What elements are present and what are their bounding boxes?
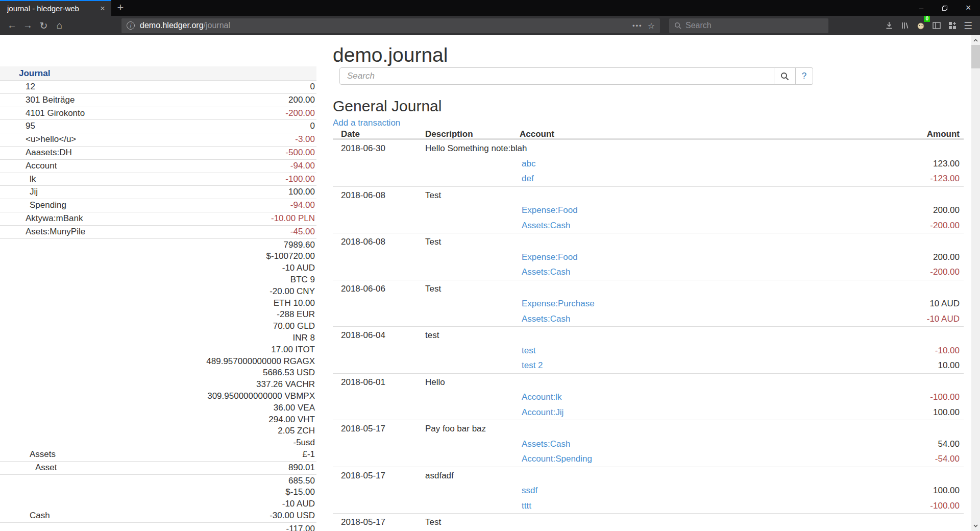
browser-tab[interactable]: journal - hledger-web ×: [0, 0, 111, 16]
extension-button[interactable]: 0: [913, 18, 928, 33]
back-button[interactable]: ←: [4, 18, 20, 33]
restore-button[interactable]: [933, 0, 957, 16]
home-button[interactable]: ⌂: [52, 18, 67, 33]
posting-account-link[interactable]: Assets:Cash: [522, 437, 570, 452]
transaction-block[interactable]: 2018-06-06 Test Expense:Purchase10 AUDAs…: [333, 280, 964, 327]
sidebar-account-link[interactable]: Aaasets:DH: [0, 147, 72, 159]
new-tab-button[interactable]: +: [111, 0, 130, 16]
transaction-date: 2018-06-06: [341, 281, 385, 297]
sidebar-account-balance: -94.00: [290, 200, 316, 211]
scroll-down-icon[interactable]: [971, 522, 980, 530]
sidebar-account-link[interactable]: Assets: [0, 449, 56, 461]
library-icon[interactable]: [897, 18, 913, 33]
sidebar-account-row: Spending -94.00: [0, 199, 316, 212]
forward-button[interactable]: →: [20, 18, 36, 33]
transaction-block[interactable]: 2018-06-30 Hello Something note:blah abc…: [333, 139, 964, 186]
posting-account-link[interactable]: test 2: [522, 358, 543, 373]
posting-account-link[interactable]: Expense:Food: [522, 203, 578, 218]
sidebar-account-row: 12 0: [0, 80, 316, 93]
journal-link[interactable]: Journal: [19, 68, 50, 78]
sidebar-journal-row: Journal: [0, 66, 316, 80]
download-icon[interactable]: [881, 18, 897, 33]
sidebar-account-link[interactable]: Account: [0, 160, 57, 172]
sidebar-account-link[interactable]: <u>hello</u>: [0, 134, 76, 146]
search-icon: [674, 22, 681, 29]
transaction-block[interactable]: 2018-06-08 Test Expense:Food200.00Assets…: [333, 233, 964, 280]
posting-account-link[interactable]: test: [522, 343, 535, 358]
scroll-up-icon[interactable]: [971, 36, 980, 44]
grid-add-icon[interactable]: [944, 18, 960, 33]
transaction-block[interactable]: 2018-06-04 test test-10.00test 210.00: [333, 326, 964, 373]
sidebar-toggle-icon[interactable]: [928, 18, 944, 33]
posting-account-link[interactable]: Expense:Purchase: [522, 296, 595, 311]
scrollbar-thumb[interactable]: [971, 45, 980, 68]
posting-line: def-123.00: [333, 171, 964, 186]
sidebar-account-row: Account -94.00: [0, 159, 316, 173]
transaction-block[interactable]: 2018-05-17 Test: [333, 513, 964, 530]
sidebar-amount: 309.950000000000 VBMPX: [206, 391, 315, 402]
sidebar-account-link[interactable]: 4101 Girokonto: [0, 108, 85, 119]
transaction-header-line: 2018-05-17 Pay foo bar baz: [333, 421, 964, 437]
search-input[interactable]: [339, 67, 774, 85]
posting-amount: -100.00: [930, 498, 960, 514]
posting-account-link[interactable]: ssdf: [522, 483, 537, 498]
sidebar-amount: -117.00: [286, 523, 315, 531]
journal-search-form: ?: [339, 67, 813, 85]
sidebar-account-link[interactable]: lk: [0, 174, 36, 185]
page-actions-icon[interactable]: •••: [632, 22, 643, 30]
url-host: demo.hledger.org: [140, 21, 204, 30]
reload-button[interactable]: ↻: [36, 18, 52, 33]
posting-account-link[interactable]: Assets:Cash: [522, 311, 570, 327]
posting-account-link[interactable]: Assets:Cash: [522, 218, 570, 233]
sidebar-account-link[interactable]: Cash: [0, 510, 50, 522]
posting-account-link[interactable]: def: [522, 171, 534, 186]
sidebar-amount: -3.00: [295, 134, 315, 146]
sidebar-account-link[interactable]: Aktywa:mBank: [0, 213, 83, 225]
transaction-block[interactable]: 2018-05-17 asdfadf ssdf100.00tttt-100.00: [333, 467, 964, 514]
transaction-block[interactable]: 2018-06-01 Hello Account:lk-100.00Accoun…: [333, 373, 964, 420]
url-bar[interactable]: i demo.hledger.org /journal ••• ☆: [121, 18, 660, 33]
sidebar-account-link[interactable]: Spending: [0, 200, 66, 211]
transaction-block[interactable]: 2018-06-08 Test Expense:Food200.00Assets…: [333, 186, 964, 233]
search-help-button[interactable]: ?: [796, 67, 813, 85]
bookmark-star-icon[interactable]: ☆: [648, 21, 655, 31]
posting-account-link[interactable]: Account:Jij: [522, 405, 564, 420]
posting-line: test 210.00: [333, 358, 964, 373]
sidebar-account-row: 301 Beiträge 200.00: [0, 93, 316, 107]
page-title: demo.journal: [333, 44, 964, 66]
posting-account-link[interactable]: Expense:Food: [522, 250, 578, 265]
transaction-header-line: 2018-06-08 Test: [333, 188, 964, 203]
sidebar-account-balance: 7989.60$-100720.00-10 AUDBTC 9-20.00 CNY…: [206, 239, 316, 461]
transaction-block[interactable]: 2018-05-17 Pay foo bar baz Assets:Cash54…: [333, 420, 964, 467]
toolbar-search[interactable]: Search: [669, 18, 828, 33]
sidebar-account-link[interactable]: 301 Beiträge: [0, 94, 75, 106]
posting-account-link[interactable]: Account:Spending: [522, 451, 592, 467]
posting-account-link[interactable]: abc: [522, 156, 535, 172]
sidebar-account-link[interactable]: Jij: [0, 186, 38, 198]
sidebar-account-link[interactable]: 95: [0, 120, 35, 132]
site-info-icon[interactable]: i: [127, 21, 135, 30]
sidebar-account-link[interactable]: Asset: [0, 462, 57, 474]
search-button[interactable]: [774, 67, 796, 85]
posting-amount: 123.00: [933, 156, 960, 172]
sidebar-account-balance: -500.00: [285, 147, 316, 159]
posting-line: Account:Jij100.00: [333, 405, 964, 420]
tab-title: journal - hledger-web: [7, 4, 98, 13]
posting-line: abc123.00: [333, 156, 964, 172]
menu-icon[interactable]: ☰: [960, 18, 976, 33]
page-scrollbar[interactable]: [971, 35, 980, 531]
tab-close-icon[interactable]: ×: [98, 4, 107, 14]
add-transaction-link[interactable]: Add a transaction: [333, 118, 400, 128]
posting-account-link[interactable]: tttt: [522, 498, 531, 514]
transaction-description: Test: [425, 234, 441, 250]
sidebar-account-link[interactable]: Asets:MunyPile: [0, 226, 85, 238]
transaction-date: 2018-06-08: [341, 188, 385, 203]
col-header-account: Account: [520, 129, 554, 139]
sidebar-amount: 0: [310, 120, 315, 132]
minimize-button[interactable]: –: [910, 0, 933, 16]
sidebar-account-link[interactable]: 12: [0, 81, 35, 93]
close-window-button[interactable]: ×: [957, 0, 980, 16]
posting-account-link[interactable]: Account:lk: [522, 390, 561, 405]
posting-account-link[interactable]: Assets:Cash: [522, 264, 570, 280]
transaction-description: test: [425, 328, 439, 343]
